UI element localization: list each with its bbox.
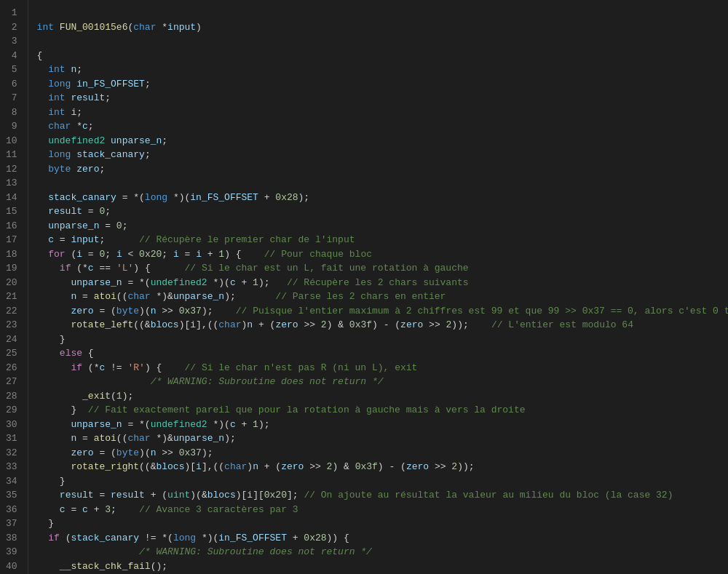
code-line: unparse_n = 0; xyxy=(37,219,722,234)
line-number: 14 xyxy=(6,191,22,205)
line-number: 24 xyxy=(6,332,22,347)
code-line: n = atoi((char *)&unparse_n); xyxy=(37,431,722,446)
line-number: 32 xyxy=(6,446,22,461)
code-line: unparse_n = *(undefined2 *)(c + 1); xyxy=(37,418,722,432)
line-number: 22 xyxy=(6,304,22,319)
code-line: stack_canary = *(long *)(in_FS_OFFSET + … xyxy=(37,191,722,205)
line-number: 10 xyxy=(6,134,22,148)
code-line: result = 0; xyxy=(37,204,722,219)
code-line: c = c + 3; // Avance 3 caractères par 3 xyxy=(37,503,722,517)
code-line: byte zero; xyxy=(37,162,722,177)
line-number: 1 xyxy=(6,6,22,20)
line-number: 30 xyxy=(6,418,22,432)
line-number: 40 xyxy=(6,559,22,574)
code-line: if (*c != 'R') { // Si le char n'est pas… xyxy=(37,361,722,375)
line-number: 9 xyxy=(6,119,22,134)
code-line: else { xyxy=(37,346,722,361)
line-number: 18 xyxy=(6,247,22,262)
code-line: zero = (byte)(n >> 0x37); // Puisque l'e… xyxy=(37,304,722,319)
line-numbers: 1234567891011121314151617181920212223242… xyxy=(0,0,28,574)
code-line: int result; xyxy=(37,91,722,105)
line-number: 5 xyxy=(6,63,22,77)
line-number: 2 xyxy=(6,20,22,35)
line-number: 3 xyxy=(6,34,22,49)
line-number: 36 xyxy=(6,503,22,517)
code-line: } xyxy=(37,517,722,531)
line-number: 35 xyxy=(6,488,22,503)
line-number: 12 xyxy=(6,162,22,177)
line-number: 23 xyxy=(6,318,22,332)
line-number: 33 xyxy=(6,460,22,474)
code-line: char *c; xyxy=(37,119,722,134)
code-line: c = input; // Récupère le premier char d… xyxy=(37,233,722,247)
line-number: 28 xyxy=(6,389,22,404)
line-number: 8 xyxy=(6,105,22,120)
code-line: rotate_right((&blocs)[i],((char)n + (zer… xyxy=(37,460,722,474)
line-number: 39 xyxy=(6,545,22,559)
code-line: __stack_chk_fail(); xyxy=(37,559,722,574)
code-line: /* WARNING: Subroutine does not return *… xyxy=(37,545,722,559)
line-number: 21 xyxy=(6,290,22,304)
code-line: result = result + (uint)(&blocs)[i][0x20… xyxy=(37,488,722,503)
code-container: 1234567891011121314151617181920212223242… xyxy=(0,0,728,574)
line-number: 38 xyxy=(6,531,22,546)
line-number: 15 xyxy=(6,204,22,219)
code-line: unparse_n = *(undefined2 *)(c + 1); // R… xyxy=(37,276,722,290)
code-line: } xyxy=(37,474,722,489)
code-line: _exit(1); xyxy=(37,389,722,404)
code-line: undefined2 unparse_n; xyxy=(37,134,722,148)
line-number: 19 xyxy=(6,261,22,276)
line-number: 29 xyxy=(6,403,22,418)
line-number: 31 xyxy=(6,431,22,446)
code-area[interactable]: int FUN_001015e6(char *input) { int n; l… xyxy=(28,0,728,574)
code-line: } xyxy=(37,332,722,347)
code-line: for (i = 0; i < 0x20; i = i + 1) { // Po… xyxy=(37,247,722,262)
code-line xyxy=(37,176,722,191)
line-number: 16 xyxy=(6,219,22,234)
line-number: 34 xyxy=(6,474,22,489)
line-number: 6 xyxy=(6,77,22,92)
line-number: 4 xyxy=(6,49,22,63)
line-number: 20 xyxy=(6,276,22,290)
code-line: n = atoi((char *)&unparse_n); // Parse l… xyxy=(37,290,722,304)
code-line xyxy=(37,6,722,20)
code-line: int i; xyxy=(37,105,722,120)
line-number: 17 xyxy=(6,233,22,247)
line-number: 11 xyxy=(6,148,22,162)
line-number: 26 xyxy=(6,361,22,375)
line-number: 7 xyxy=(6,91,22,105)
line-number: 37 xyxy=(6,517,22,531)
line-number: 25 xyxy=(6,346,22,361)
code-line: long stack_canary; xyxy=(37,148,722,162)
code-line: int n; xyxy=(37,63,722,77)
line-number: 27 xyxy=(6,375,22,389)
code-line: /* WARNING: Subroutine does not return *… xyxy=(37,375,722,389)
code-line: zero = (byte)(n >> 0x37); xyxy=(37,446,722,461)
code-line: if (stack_canary != *(long *)(in_FS_OFFS… xyxy=(37,531,722,546)
code-line xyxy=(37,34,722,49)
line-number: 13 xyxy=(6,176,22,191)
code-line: } // Fait exactement pareil que pour la … xyxy=(37,403,722,418)
code-line: rotate_left((&blocs)[i],((char)n + (zero… xyxy=(37,318,722,332)
code-line: long in_FS_OFFSET; xyxy=(37,77,722,92)
code-line: int FUN_001015e6(char *input) xyxy=(37,20,722,35)
code-line: { xyxy=(37,49,722,63)
code-line: if (*c == 'L') { // Si le char est un L,… xyxy=(37,261,722,276)
